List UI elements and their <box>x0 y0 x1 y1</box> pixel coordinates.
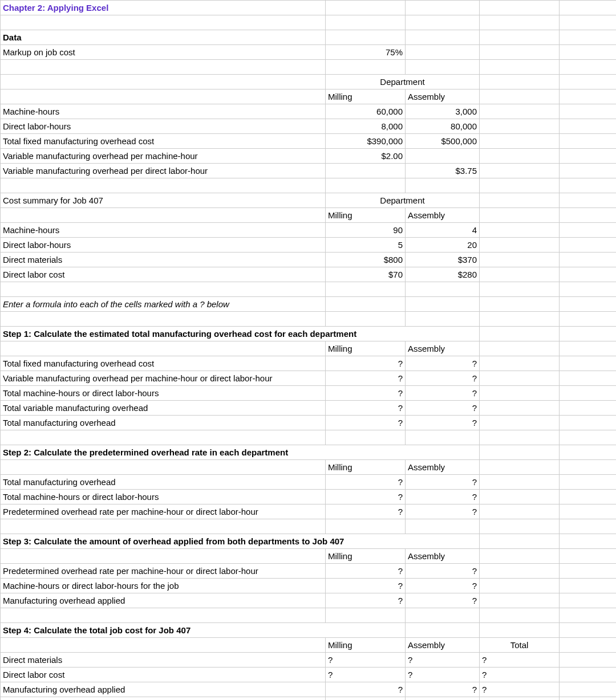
s4-tot-total[interactable]: ? <box>480 697 560 701</box>
s4-dm-assembly[interactable]: ? <box>406 653 480 668</box>
s1-col-assembly: Assembly <box>406 341 480 356</box>
s3-col-assembly: Assembly <box>406 549 480 564</box>
label-vmo-mh: Variable manufacturing overhead per mach… <box>1 149 326 164</box>
s3-por-milling[interactable]: ? <box>326 564 406 579</box>
label-cost-summary: Cost summary for Job 407 <box>1 193 326 208</box>
header-department: Department <box>326 75 480 89</box>
s3-hours-milling[interactable]: ? <box>326 579 406 593</box>
s4-dlc-assembly[interactable]: ? <box>406 668 480 682</box>
header-department-2: Department <box>326 193 480 208</box>
s1-col-milling: Milling <box>326 341 406 356</box>
s2-tmh: Total machine-hours or direct labor-hour… <box>1 490 326 504</box>
s3-col-milling: Milling <box>326 549 406 564</box>
s1-tvmo-milling[interactable]: ? <box>326 401 406 416</box>
s4-col-total: Total <box>480 638 560 653</box>
s4-moa: Manufacturing overhead applied <box>1 682 326 697</box>
value-vmo-dlh-assembly[interactable]: $3.75 <box>406 164 480 178</box>
value-vmo-mh-milling[interactable]: $2.00 <box>326 149 406 164</box>
value-tfmoc-milling[interactable]: $390,000 <box>326 134 406 149</box>
col-milling: Milling <box>326 89 406 104</box>
value-vmo-mh-assembly[interactable] <box>406 149 480 164</box>
s2-col-milling: Milling <box>326 460 406 475</box>
s4-moa-milling[interactable]: ? <box>326 682 406 697</box>
s1-tvmo: Total variable manufacturing overhead <box>1 401 326 416</box>
s2-por-assembly[interactable]: ? <box>406 504 480 519</box>
s3-moa-milling[interactable]: ? <box>326 593 406 608</box>
s4-moa-assembly[interactable]: ? <box>406 682 480 697</box>
s4-moa-total[interactable]: ? <box>480 682 560 697</box>
s2-col-assembly: Assembly <box>406 460 480 475</box>
label-job-mh: Machine-hours <box>1 223 326 238</box>
value-job-dlc-assembly[interactable]: $280 <box>406 267 480 282</box>
page-title: Chapter 2: Applying Excel <box>1 1 326 15</box>
s4-dlc-total[interactable]: ? <box>480 668 560 682</box>
value-job-dlc-milling[interactable]: $70 <box>326 267 406 282</box>
s3-hours: Machine-hours or direct labor-hours for … <box>1 579 326 593</box>
section-data: Data <box>1 30 326 45</box>
s1-tmh-assembly[interactable]: ? <box>406 386 480 401</box>
s2-tmh-assembly[interactable]: ? <box>406 490 480 504</box>
s1-tmh: Total machine-hours or direct labor-hour… <box>1 386 326 401</box>
s4-tot: Total cost of Job 407 <box>1 697 326 701</box>
s1-tfmoc: Total fixed manufacturing overhead cost <box>1 356 326 371</box>
value-job-dlh-assembly[interactable]: 20 <box>406 238 480 253</box>
s1-tfmoc-milling[interactable]: ? <box>326 356 406 371</box>
value-mh-milling[interactable]: 60,000 <box>326 104 406 119</box>
value-job-mh-assembly[interactable]: 4 <box>406 223 480 238</box>
value-job-dm-assembly[interactable]: $370 <box>406 253 480 267</box>
spreadsheet: Chapter 2: Applying Excel Data Markup on… <box>0 0 616 700</box>
value-markup[interactable]: 75% <box>326 45 406 60</box>
step4-header: Step 4: Calculate the total job cost for… <box>1 623 406 638</box>
s2-por-milling[interactable]: ? <box>326 504 406 519</box>
s3-moa-assembly[interactable]: ? <box>406 593 480 608</box>
step1-header: Step 1: Calculate the estimated total ma… <box>1 327 480 341</box>
value-dlh-milling[interactable]: 8,000 <box>326 119 406 134</box>
value-mh-assembly[interactable]: 3,000 <box>406 104 480 119</box>
value-tfmoc-assembly[interactable]: $500,000 <box>406 134 480 149</box>
s1-tvmo-assembly[interactable]: ? <box>406 401 480 416</box>
s1-tmo-milling[interactable]: ? <box>326 416 406 430</box>
s1-tfmoc-assembly[interactable]: ? <box>406 356 480 371</box>
value-dlh-assembly[interactable]: 80,000 <box>406 119 480 134</box>
col-milling-2: Milling <box>326 208 406 223</box>
step2-header: Step 2: Calculate the predetermined over… <box>1 445 480 460</box>
value-vmo-dlh-milling[interactable] <box>326 164 406 178</box>
label-dlh: Direct labor-hours <box>1 119 326 134</box>
label-markup: Markup on job cost <box>1 45 326 60</box>
s3-hours-assembly[interactable]: ? <box>406 579 480 593</box>
instruction: Enter a formula into each of the cells m… <box>1 297 326 312</box>
s4-dm-milling[interactable]: ? <box>326 653 406 668</box>
label-job-dlh: Direct labor-hours <box>1 238 326 253</box>
label-tfmoc: Total fixed manufacturing overhead cost <box>1 134 326 149</box>
s1-tmo: Total manufacturing overhead <box>1 416 326 430</box>
col-assembly: Assembly <box>406 89 480 104</box>
s1-vmo-assembly[interactable]: ? <box>406 371 480 386</box>
s3-moa: Manufacturing overhead applied <box>1 593 326 608</box>
s1-tmh-milling[interactable]: ? <box>326 386 406 401</box>
s4-dm: Direct materials <box>1 653 326 668</box>
s2-por: Predetermined overhead rate per machine-… <box>1 504 326 519</box>
step3-header: Step 3: Calculate the amount of overhead… <box>1 534 480 549</box>
value-job-mh-milling[interactable]: 90 <box>326 223 406 238</box>
label-mh: Machine-hours <box>1 104 326 119</box>
s1-vmo-milling[interactable]: ? <box>326 371 406 386</box>
s2-tmo: Total manufacturing overhead <box>1 475 326 490</box>
s1-tmo-assembly[interactable]: ? <box>406 416 480 430</box>
s3-por: Predetermined overhead rate per machine-… <box>1 564 326 579</box>
s4-dlc: Direct labor cost <box>1 668 326 682</box>
label-job-dlc: Direct labor cost <box>1 267 326 282</box>
value-job-dm-milling[interactable]: $800 <box>326 253 406 267</box>
s4-col-assembly: Assembly <box>406 638 480 653</box>
s4-col-milling: Milling <box>326 638 406 653</box>
s2-tmo-milling[interactable]: ? <box>326 475 406 490</box>
s3-por-assembly[interactable]: ? <box>406 564 480 579</box>
s4-dlc-milling[interactable]: ? <box>326 668 406 682</box>
label-job-dm: Direct materials <box>1 253 326 267</box>
s1-vmo: Variable manufacturing overhead per mach… <box>1 371 326 386</box>
s4-dm-total[interactable]: ? <box>480 653 560 668</box>
s2-tmh-milling[interactable]: ? <box>326 490 406 504</box>
value-job-dlh-milling[interactable]: 5 <box>326 238 406 253</box>
s2-tmo-assembly[interactable]: ? <box>406 475 480 490</box>
label-vmo-dlh: Variable manufacturing overhead per dire… <box>1 164 326 178</box>
col-assembly-2: Assembly <box>406 208 480 223</box>
